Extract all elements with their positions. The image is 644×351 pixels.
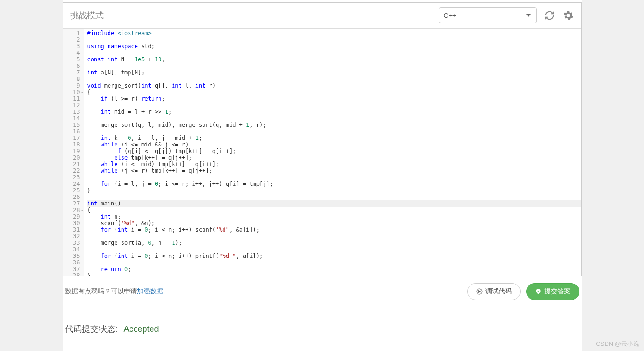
svg-marker-1 [478, 291, 480, 293]
code-line[interactable]: return 0; [87, 266, 581, 272]
code-line[interactable]: if (l >= r) return; [87, 95, 581, 102]
code-line[interactable]: int main() [87, 200, 581, 207]
footer-row: 数据有点弱吗？可以申请加强数据 调试代码 提交答案 [63, 276, 582, 307]
code-line[interactable] [87, 102, 581, 109]
editor-panel: 挑战模式 C++ 12345678910▾1112131415161718192… [63, 2, 582, 276]
code-line[interactable]: { [87, 89, 581, 95]
code-line[interactable] [87, 128, 581, 135]
code-line[interactable]: for (int i = 0; i < n; i++) printf("%d "… [87, 253, 581, 259]
code-line[interactable] [87, 259, 581, 266]
code-line[interactable]: { [87, 207, 581, 213]
code-line[interactable]: else tmp[k++] = q[j++]; [87, 154, 581, 161]
refresh-icon[interactable] [543, 9, 556, 22]
code-line[interactable] [87, 115, 581, 122]
code-line[interactable]: for (int i = 0; i < n; i++) scanf("%d", … [87, 227, 581, 233]
code-line[interactable] [87, 194, 581, 200]
line-gutter: 12345678910▾1112131415161718192021222324… [63, 29, 84, 276]
code-line[interactable]: void merge_sort(int q[], int l, int r) [87, 82, 581, 89]
code-line[interactable] [87, 63, 581, 69]
strengthen-data-link[interactable]: 加强数据 [137, 287, 163, 295]
code-line[interactable]: scanf("%d", &n); [87, 220, 581, 227]
code-line[interactable]: merge_sort(q, l, mid), merge_sort(q, mid… [87, 122, 581, 128]
code-line[interactable]: using namespace std; [87, 43, 581, 50]
gear-icon[interactable] [562, 9, 574, 22]
status-value: Accepted [124, 324, 159, 334]
footer-prompt-text: 数据有点弱吗？可以申请 [65, 287, 137, 295]
code-line[interactable]: } [87, 187, 581, 194]
code-line[interactable]: int mid = l + r >> 1; [87, 109, 581, 115]
debug-button-label: 调试代码 [485, 287, 512, 296]
code-line[interactable]: merge_sort(a, 0, n - 1); [87, 240, 581, 246]
debug-button[interactable]: 调试代码 [467, 283, 521, 300]
status-row: 代码提交状态: Accepted [63, 323, 582, 335]
code-line[interactable] [87, 233, 581, 240]
code-line[interactable]: #include <iostream> [87, 30, 581, 37]
main-container: 挑战模式 C++ 12345678910▾1112131415161718192… [63, 0, 582, 351]
submit-button-label: 提交答案 [544, 287, 571, 296]
code-line[interactable]: } [87, 272, 581, 276]
code-line[interactable]: int a[N], tmp[N]; [87, 69, 581, 76]
code-line[interactable]: while (i <= mid && j <= r) [87, 141, 581, 148]
submit-button[interactable]: 提交答案 [526, 283, 579, 300]
code-line[interactable] [87, 76, 581, 82]
code-line[interactable]: for (i = l, j = 0; i <= r; i++, j++) q[i… [87, 181, 581, 187]
code-line[interactable]: int k = 0, i = l, j = mid + 1; [87, 135, 581, 141]
code-line[interactable] [87, 246, 581, 253]
code-line[interactable]: if (q[i] <= q[j]) tmp[k++] = q[i++]; [87, 148, 581, 154]
editor-header: 挑战模式 C++ [63, 3, 581, 29]
code-line[interactable] [87, 50, 581, 56]
footer-prompt: 数据有点弱吗？可以申请加强数据 [65, 287, 462, 296]
code-line[interactable] [87, 37, 581, 43]
editor-title: 挑战模式 [70, 10, 439, 21]
status-label: 代码提交状态: [65, 324, 118, 334]
code-line[interactable] [87, 174, 581, 181]
code-line[interactable]: while (i <= mid) tmp[k++] = q[i++]; [87, 161, 581, 168]
code-line[interactable]: const int N = 1e5 + 10; [87, 56, 581, 63]
watermark: CSDN @云小逸 [596, 340, 639, 348]
code-line[interactable]: int n; [87, 213, 581, 220]
code-content[interactable]: #include <iostream> using namespace std;… [84, 29, 581, 276]
language-select[interactable]: C++ [439, 7, 537, 23]
code-line[interactable]: while (j <= r) tmp[k++] = q[j++]; [87, 168, 581, 174]
code-editor[interactable]: 12345678910▾1112131415161718192021222324… [63, 29, 581, 276]
